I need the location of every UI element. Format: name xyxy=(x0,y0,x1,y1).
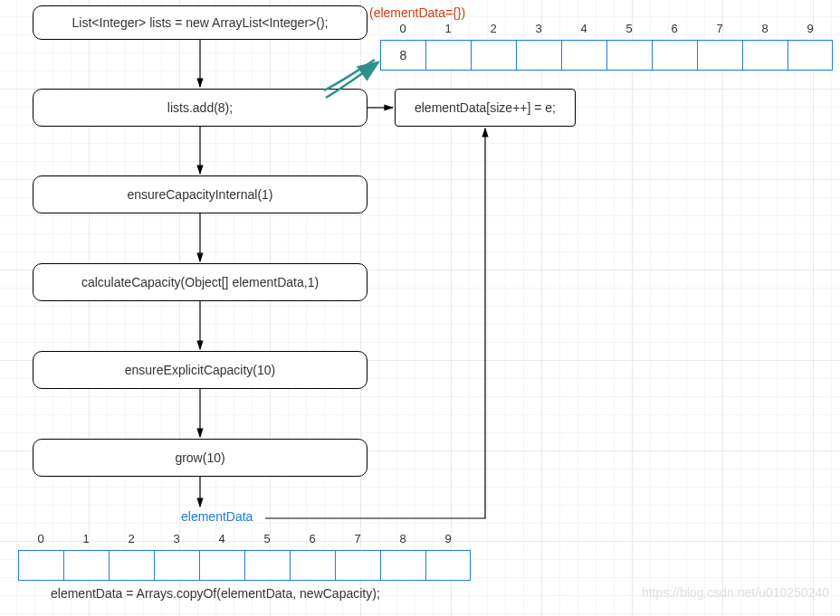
annotation-element-data-label: elementData xyxy=(181,509,253,524)
bottom-idx: 6 xyxy=(290,532,335,545)
top-cell: 8 xyxy=(380,40,425,71)
top-idx: 4 xyxy=(561,22,606,35)
bottom-array xyxy=(18,550,471,581)
bottom-cell xyxy=(109,550,154,581)
bottom-idx: 3 xyxy=(154,532,199,545)
node-calculate-capacity: calculateCapacity(Object[] elementData,1… xyxy=(33,263,368,301)
diagram-canvas: List<Integer> lists = new ArrayList<Inte… xyxy=(0,0,840,616)
top-cell xyxy=(788,40,833,71)
top-idx: 9 xyxy=(788,22,833,35)
top-idx: 2 xyxy=(471,22,516,35)
bottom-idx: 9 xyxy=(425,532,471,545)
top-cell xyxy=(516,40,561,71)
top-array-indices: 0 1 2 3 4 5 6 7 8 9 xyxy=(380,22,833,35)
top-cell xyxy=(471,40,516,71)
top-cell xyxy=(606,40,652,71)
bottom-cell xyxy=(244,550,290,581)
top-cell xyxy=(697,40,742,71)
node-element-data-assign: elementData[size++] = e; xyxy=(395,89,576,127)
top-cell xyxy=(652,40,697,71)
top-cell xyxy=(425,40,471,71)
bottom-cell xyxy=(335,550,380,581)
top-cell xyxy=(561,40,606,71)
bottom-idx: 5 xyxy=(244,532,290,545)
bottom-cell xyxy=(380,550,425,581)
bottom-idx: 4 xyxy=(199,532,244,545)
annotation-element-data-empty: (elementData={}) xyxy=(369,5,465,20)
bottom-idx: 1 xyxy=(63,532,109,545)
top-cell xyxy=(742,40,788,71)
watermark-text: https://blog.csdn.net/u010250240 xyxy=(642,585,829,600)
bottom-cell xyxy=(18,550,63,581)
bottom-idx: 2 xyxy=(109,532,154,545)
arrow-handdrawn-to-array-2 xyxy=(324,60,375,90)
annotation-arrays-copyof: elementData = Arrays.copyOf(elementData,… xyxy=(51,586,380,601)
bottom-idx: 8 xyxy=(380,532,425,545)
node-arraylist-ctor: List<Integer> lists = new ArrayList<Inte… xyxy=(33,5,368,40)
bottom-cell xyxy=(199,550,244,581)
top-idx: 8 xyxy=(742,22,788,35)
bottom-cell xyxy=(290,550,335,581)
top-idx: 3 xyxy=(516,22,561,35)
top-idx: 6 xyxy=(652,22,697,35)
top-idx: 7 xyxy=(697,22,742,35)
node-ensure-explicit-capacity: ensureExplicitCapacity(10) xyxy=(33,351,368,389)
bottom-idx: 7 xyxy=(335,532,380,545)
top-idx: 0 xyxy=(380,22,425,35)
node-ensure-capacity-internal: ensureCapacityInternal(1) xyxy=(33,175,368,213)
bottom-cell xyxy=(63,550,109,581)
bottom-cell xyxy=(425,550,471,581)
top-idx: 5 xyxy=(606,22,652,35)
top-idx: 1 xyxy=(425,22,471,35)
top-array: 8 xyxy=(380,40,833,71)
bottom-array-indices: 0 1 2 3 4 5 6 7 8 9 xyxy=(18,532,471,545)
bottom-cell xyxy=(154,550,199,581)
bottom-idx: 0 xyxy=(18,532,63,545)
node-lists-add: lists.add(8); xyxy=(33,89,368,127)
node-grow: grow(10) xyxy=(33,439,368,477)
